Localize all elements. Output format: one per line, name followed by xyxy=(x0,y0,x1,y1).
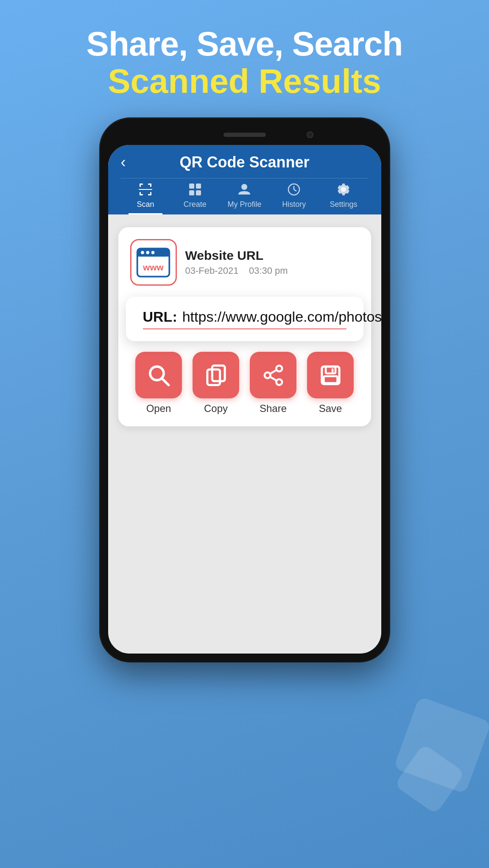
back-button[interactable]: ‹ xyxy=(121,153,126,171)
copy-label: Copy xyxy=(204,403,228,415)
svg-point-28 xyxy=(276,365,282,371)
site-date: 03-Feb-2021 xyxy=(185,265,239,276)
share-action: Share xyxy=(250,352,296,415)
phone-speaker xyxy=(224,133,266,137)
share-label: Share xyxy=(260,403,287,415)
scan-result-card: www Website URL 03-Feb-2021 03:30 pm xyxy=(118,227,371,426)
open-action: Open xyxy=(135,352,182,415)
share-button[interactable] xyxy=(250,352,296,398)
website-info-row: www Website URL 03-Feb-2021 03:30 pm xyxy=(130,239,359,286)
copy-icon xyxy=(204,364,228,387)
phone-top-bar xyxy=(108,126,381,143)
tab-scan-label: Scan xyxy=(137,200,154,209)
tab-create-label: Create xyxy=(184,200,207,209)
svg-rect-10 xyxy=(196,184,201,189)
svg-rect-35 xyxy=(324,376,337,383)
svg-rect-27 xyxy=(207,369,220,385)
svg-line-32 xyxy=(270,370,277,373)
app-content: www Website URL 03-Feb-2021 03:30 pm xyxy=(108,214,381,566)
open-label: Open xyxy=(146,403,171,415)
tab-history[interactable]: History xyxy=(277,183,311,214)
gear-icon xyxy=(337,183,350,198)
url-display: URL: https://www.google.com/photos.php xyxy=(126,297,363,341)
save-icon xyxy=(319,364,342,387)
svg-rect-19 xyxy=(137,253,170,256)
copy-action: Copy xyxy=(193,352,239,415)
app-header: ‹ QR Code Scanner xyxy=(108,145,381,214)
tab-history-label: History xyxy=(282,200,306,209)
user-icon xyxy=(238,183,251,198)
site-time: 03:30 pm xyxy=(249,265,288,276)
svg-point-29 xyxy=(264,372,270,378)
svg-rect-3 xyxy=(150,184,151,187)
svg-text:www: www xyxy=(143,262,164,272)
svg-rect-5 xyxy=(140,192,141,195)
save-button[interactable] xyxy=(307,352,354,398)
svg-rect-7 xyxy=(150,192,151,195)
phone-camera xyxy=(307,131,313,138)
save-action: Save xyxy=(307,352,354,415)
svg-line-31 xyxy=(270,376,277,380)
open-button[interactable] xyxy=(135,352,182,398)
site-type: Website URL xyxy=(185,248,288,263)
svg-line-16 xyxy=(294,189,296,191)
url-value: https://www.google.com/photos.php xyxy=(182,309,381,325)
website-info-text: Website URL 03-Feb-2021 03:30 pm xyxy=(185,248,288,276)
phone-wrapper: ‹ QR Code Scanner xyxy=(101,119,389,661)
svg-point-22 xyxy=(151,251,155,254)
tab-create[interactable]: Create xyxy=(178,183,212,214)
top-text-area: Share, Save, Search Scanned Results xyxy=(0,25,489,100)
site-date-time: 03-Feb-2021 03:30 pm xyxy=(185,265,288,276)
app-title-row: ‹ QR Code Scanner xyxy=(121,153,369,178)
tab-my-profile-label: My Profile xyxy=(227,200,261,209)
share-icon xyxy=(262,364,285,387)
svg-rect-26 xyxy=(212,365,225,381)
tab-my-profile[interactable]: My Profile xyxy=(227,183,261,214)
action-buttons: Open Copy xyxy=(130,352,359,415)
svg-rect-8 xyxy=(139,189,152,190)
svg-point-21 xyxy=(146,251,150,254)
svg-point-13 xyxy=(241,184,247,190)
search-icon xyxy=(147,364,170,387)
svg-point-30 xyxy=(276,379,282,385)
clock-icon xyxy=(287,183,301,198)
scan-icon xyxy=(139,183,152,198)
tab-settings-label: Settings xyxy=(330,200,358,209)
copy-button[interactable] xyxy=(193,352,239,398)
svg-rect-1 xyxy=(140,184,141,187)
svg-rect-12 xyxy=(196,190,201,195)
svg-line-25 xyxy=(162,378,168,385)
phone-frame: ‹ QR Code Scanner xyxy=(101,119,389,661)
nav-tabs: Scan Create xyxy=(121,178,369,214)
url-display-inner: URL: https://www.google.com/photos.php xyxy=(143,309,346,329)
svg-rect-9 xyxy=(189,184,194,189)
headline-line2: Scanned Results xyxy=(0,63,489,100)
headline-line1: Share, Save, Search xyxy=(0,25,489,63)
svg-point-20 xyxy=(141,251,144,254)
grid-icon xyxy=(188,183,202,198)
tab-scan[interactable]: Scan xyxy=(129,183,162,214)
save-label: Save xyxy=(319,403,342,415)
tab-settings[interactable]: Settings xyxy=(327,183,360,214)
app-title: QR Code Scanner xyxy=(179,153,309,171)
url-label: URL: xyxy=(143,309,177,325)
www-icon: www xyxy=(130,239,177,286)
svg-rect-11 xyxy=(189,190,194,195)
empty-area xyxy=(118,426,371,554)
phone-screen: ‹ QR Code Scanner xyxy=(108,145,381,654)
